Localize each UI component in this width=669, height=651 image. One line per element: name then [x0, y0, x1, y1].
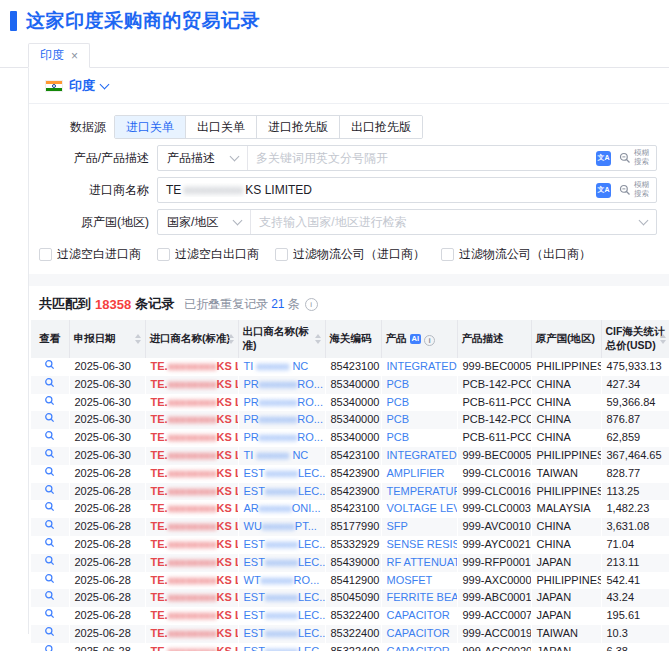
- info-icon[interactable]: i: [305, 298, 318, 311]
- sort-icon[interactable]: [135, 334, 141, 344]
- view-record-button[interactable]: [31, 500, 69, 518]
- cell-importer[interactable]: TE.xxxxxxxxKS L...: [145, 643, 238, 651]
- view-record-button[interactable]: [31, 376, 69, 394]
- view-record-button[interactable]: [31, 411, 69, 429]
- cell-exporter[interactable]: PRxxxxxxxRO...: [238, 376, 325, 394]
- tab-india[interactable]: 印度 ×: [28, 43, 90, 68]
- cell-product[interactable]: PCB: [381, 376, 457, 394]
- cell-product[interactable]: CAPACITOR: [381, 625, 457, 643]
- sort-icon[interactable]: [228, 334, 234, 344]
- filter-checkbox[interactable]: 过滤物流公司（出口商）: [441, 246, 591, 263]
- cell-exporter[interactable]: ESTxxxxxxLEC...: [238, 536, 325, 554]
- column-header-date[interactable]: 申报日期: [69, 320, 145, 358]
- cell-importer[interactable]: TE.xxxxxxxxKS L...: [145, 483, 238, 501]
- filter-checkbox[interactable]: 过滤空白进口商: [39, 246, 141, 263]
- checkbox-icon[interactable]: [275, 248, 288, 261]
- checkbox-icon[interactable]: [39, 248, 52, 261]
- cell-product[interactable]: MOSFET: [381, 572, 457, 590]
- cell-importer[interactable]: TE.xxxxxxxxKS L...: [145, 429, 238, 447]
- cell-exporter[interactable]: WTxxxxxxRO...: [238, 572, 325, 590]
- sort-icon[interactable]: [315, 334, 321, 344]
- column-header-importer[interactable]: 进口商名称(标准): [145, 320, 238, 358]
- filter-checkbox[interactable]: 过滤物流公司（进口商）: [275, 246, 425, 263]
- cell-product[interactable]: SENSE RESISTOR: [381, 536, 457, 554]
- view-record-button[interactable]: [31, 465, 69, 483]
- cell-exporter[interactable]: ARxxxxxxONI...: [238, 500, 325, 518]
- view-record-button[interactable]: [31, 589, 69, 607]
- view-record-button[interactable]: [31, 358, 69, 376]
- product-type-select[interactable]: 产品描述: [158, 146, 248, 170]
- origin-dropdown-arrow[interactable]: [640, 221, 656, 224]
- cell-importer[interactable]: TE.xxxxxxxxKS L...: [145, 376, 238, 394]
- view-record-button[interactable]: [31, 554, 69, 572]
- cell-product[interactable]: VOLTAGE LEVEL T...: [381, 500, 457, 518]
- view-record-button[interactable]: [31, 625, 69, 643]
- cell-product[interactable]: INTEGRATED CIRC...: [381, 358, 457, 376]
- cell-exporter[interactable]: ESTxxxxxxLEC...: [238, 589, 325, 607]
- checkbox-icon[interactable]: [157, 248, 170, 261]
- cell-importer[interactable]: TE.xxxxxxxxKS L...: [145, 536, 238, 554]
- cell-exporter[interactable]: ESTxxxxxxLEC...: [238, 625, 325, 643]
- column-header-value[interactable]: CIF海关统计总价(USD): [601, 320, 669, 358]
- cell-product[interactable]: TEMPERATURE SE...: [381, 483, 457, 501]
- cell-exporter[interactable]: WUxxxxxxPT...: [238, 518, 325, 536]
- view-record-button[interactable]: [31, 607, 69, 625]
- cell-product[interactable]: CAPACITOR: [381, 607, 457, 625]
- checkbox-icon[interactable]: [441, 248, 454, 261]
- cell-importer[interactable]: TE.xxxxxxxxKS L...: [145, 394, 238, 412]
- cell-exporter[interactable]: TI xxxxxx NC: [238, 358, 325, 376]
- cell-exporter[interactable]: PRxxxxxxxRO...: [238, 429, 325, 447]
- view-record-button[interactable]: [31, 394, 69, 412]
- cell-product[interactable]: PCB: [381, 429, 457, 447]
- cell-product[interactable]: RF ATTENUATOR: [381, 554, 457, 572]
- cell-product[interactable]: SFP: [381, 518, 457, 536]
- view-record-button[interactable]: [31, 483, 69, 501]
- view-record-button[interactable]: [31, 429, 69, 447]
- column-header-exporter[interactable]: 出口商名称(标准): [238, 320, 325, 358]
- cell-exporter[interactable]: ESTxxxxxxLEC...: [238, 607, 325, 625]
- cell-product[interactable]: FERRITE BEAD: [381, 589, 457, 607]
- fuzzy-search-button[interactable]: 模糊搜索: [619, 149, 649, 166]
- filter-checkbox[interactable]: 过滤空白出口商: [157, 246, 259, 263]
- cell-product[interactable]: CAPACITOR: [381, 643, 457, 651]
- translate-icon[interactable]: 文A: [596, 151, 611, 166]
- cell-product[interactable]: PCB: [381, 411, 457, 429]
- cell-importer[interactable]: TE.xxxxxxxxKS L...: [145, 447, 238, 465]
- cell-exporter[interactable]: PRxxxxxxxRO...: [238, 411, 325, 429]
- cell-exporter[interactable]: ESTxxxxxxLEC...: [238, 483, 325, 501]
- cell-importer[interactable]: TE.xxxxxxxxKS L...: [145, 625, 238, 643]
- cell-importer[interactable]: TE.xxxxxxxxKS L...: [145, 358, 238, 376]
- cell-exporter[interactable]: ESTxxxxxxLEC...: [238, 554, 325, 572]
- cell-exporter[interactable]: PRxxxxxxxRO...: [238, 394, 325, 412]
- country-selector[interactable]: 印度: [29, 68, 669, 104]
- cell-product[interactable]: AMPLIFIER: [381, 465, 457, 483]
- cell-importer[interactable]: TE.xxxxxxxxKS L...: [145, 589, 238, 607]
- data-source-option[interactable]: 出口抢先版: [339, 116, 422, 138]
- view-record-button[interactable]: [31, 447, 69, 465]
- cell-exporter[interactable]: ESTxxxxxxLEC...: [238, 465, 325, 483]
- data-source-option[interactable]: 进口抢先版: [256, 116, 339, 138]
- origin-country-input[interactable]: 支持输入国家/地区进行检索: [251, 214, 640, 231]
- info-icon[interactable]: i: [424, 335, 435, 346]
- fuzzy-search-button[interactable]: 模糊搜索: [619, 181, 649, 198]
- cell-importer[interactable]: TE.xxxxxxxxKS L...: [145, 411, 238, 429]
- close-icon[interactable]: ×: [71, 50, 78, 62]
- cell-product[interactable]: PCB: [381, 394, 457, 412]
- product-keywords-input[interactable]: 多关键词用英文分号隔开: [248, 150, 596, 167]
- cell-exporter[interactable]: TI xxxxxx NC: [238, 447, 325, 465]
- translate-icon[interactable]: 文A: [596, 183, 611, 198]
- view-record-button[interactable]: [31, 518, 69, 536]
- view-record-button[interactable]: [31, 643, 69, 651]
- cell-importer[interactable]: TE.xxxxxxxxKS L...: [145, 500, 238, 518]
- sort-icon[interactable]: [660, 334, 666, 344]
- view-record-button[interactable]: [31, 536, 69, 554]
- cell-importer[interactable]: TE.xxxxxxxxKS L...: [145, 465, 238, 483]
- data-source-option[interactable]: 进口关单: [115, 116, 185, 138]
- cell-importer[interactable]: TE.xxxxxxxxKS L...: [145, 518, 238, 536]
- cell-importer[interactable]: TE.xxxxxxxxKS L...: [145, 572, 238, 590]
- cell-importer[interactable]: TE.xxxxxxxxKS L...: [145, 607, 238, 625]
- importer-name-input[interactable]: TExxxxxxxxxxKS LIMITED: [158, 183, 596, 197]
- cell-product[interactable]: INTEGRATED CIRC...: [381, 447, 457, 465]
- origin-type-select[interactable]: 国家/地区: [158, 210, 251, 234]
- cell-importer[interactable]: TE.xxxxxxxxKS L...: [145, 554, 238, 572]
